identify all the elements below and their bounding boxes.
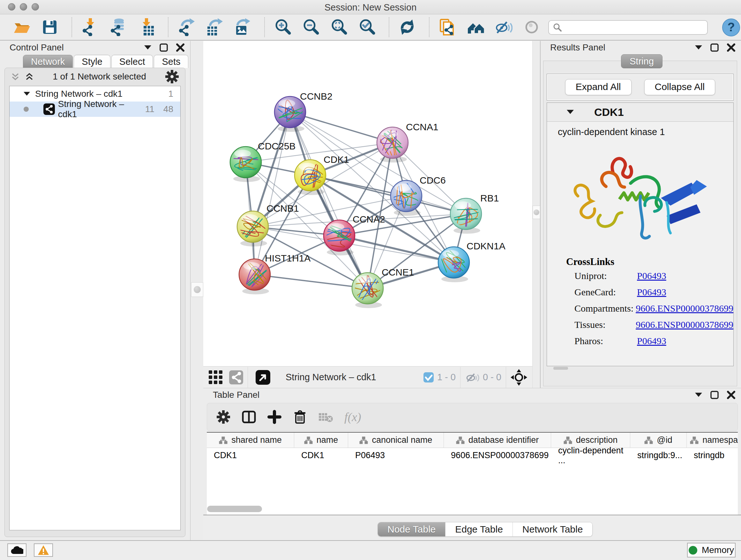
share-network-icon[interactable] [229, 370, 243, 384]
network-node-RB1[interactable] [450, 198, 490, 236]
table-tabs-bar: Node Table Edge Table Network Table [203, 515, 741, 541]
open-session-button[interactable] [13, 18, 30, 36]
refresh-button[interactable] [398, 18, 416, 36]
table-cell[interactable]: 9606.ENSP00000378699 [444, 448, 551, 463]
network-edge-CCNA2-CDKN1A[interactable] [339, 236, 454, 262]
table-cell[interactable]: P06493 [348, 448, 444, 463]
network-row[interactable]: String Network – cdk1 11 48 [10, 102, 180, 117]
table-cell[interactable]: stringdb:9... [630, 448, 687, 463]
left-splitter-grip[interactable] [191, 282, 203, 297]
expand-all-button[interactable]: Expand All [565, 79, 631, 95]
panel-menu-icon[interactable] [144, 45, 151, 50]
cloud-status-button[interactable] [7, 543, 26, 557]
hide-eye-slash-button[interactable] [495, 18, 513, 36]
open-external-icon[interactable] [256, 370, 270, 385]
panel-close-icon[interactable] [727, 44, 735, 52]
node-label-CCNE1: CCNE1 [382, 267, 414, 277]
search-input[interactable] [548, 20, 708, 35]
collection-caret-icon[interactable] [23, 91, 30, 96]
column-header--id[interactable]: @id [630, 433, 687, 448]
column-header-name[interactable]: name [294, 433, 348, 448]
gene-header-row[interactable]: CDK1 [547, 103, 733, 122]
table-cell[interactable]: cyclin-dependent ... [551, 448, 630, 463]
show-eye-button[interactable] [523, 18, 541, 36]
export-image-button[interactable] [233, 18, 252, 36]
fit-selection-crosshair-icon[interactable] [511, 369, 527, 386]
expand-all-icon[interactable] [24, 72, 34, 81]
zoom-selected-button[interactable] [358, 18, 376, 36]
tab-network-table[interactable]: Network Table [513, 522, 593, 537]
tab-edge-table[interactable]: Edge Table [446, 522, 513, 537]
import-table-file-button[interactable] [137, 18, 155, 36]
collapse-all-button[interactable]: Collapse All [644, 79, 716, 95]
selected-checkbox-icon[interactable] [423, 372, 434, 383]
import-network-database-button[interactable] [109, 18, 127, 36]
right-splitter[interactable] [532, 41, 540, 388]
gene-description: cyclin-dependent kinase 1 [558, 127, 733, 137]
status-bar: Memory [0, 540, 741, 560]
network-node-CDC6[interactable] [391, 178, 422, 223]
panel-menu-icon[interactable] [695, 45, 702, 50]
network-edge-count: 48 [163, 104, 173, 114]
column-header-canonical-name[interactable]: canonical name [348, 433, 444, 448]
save-session-button[interactable] [41, 18, 59, 36]
birdseye-grid-icon[interactable] [208, 370, 223, 385]
crosslink-link[interactable]: P06493 [637, 335, 666, 347]
panel-close-icon[interactable] [727, 391, 735, 399]
zoom-out-button[interactable] [302, 18, 320, 36]
table-cell[interactable]: CDK1 [207, 448, 294, 463]
network-node-CCNB2[interactable] [274, 97, 309, 132]
add-column-icon[interactable] [267, 410, 282, 424]
import-network-file-button[interactable] [81, 18, 99, 36]
tab-network[interactable]: Network [23, 55, 73, 68]
gene-caret-icon[interactable] [567, 110, 574, 114]
collapse-all-icon[interactable] [10, 72, 20, 81]
column-header-namespace[interactable]: namespace [687, 433, 738, 448]
show-columns-icon[interactable] [242, 410, 256, 424]
panel-close-icon[interactable] [176, 44, 185, 52]
network-canvas[interactable]: CCNB2CCNA1CDC25BCDK1CDC6RB1CCNB1CCNA2CDK… [203, 41, 532, 366]
memory-button[interactable]: Memory [687, 543, 736, 557]
crosslink-label: GeneCard: [575, 287, 637, 298]
panel-float-icon[interactable] [159, 44, 168, 52]
panel-float-icon[interactable] [711, 391, 719, 399]
tab-node-table[interactable]: Node Table [378, 522, 446, 537]
panel-menu-icon[interactable] [695, 393, 702, 397]
table-row[interactable]: CDK1CDK1P064939606.ENSP00000378699cyclin… [207, 448, 738, 463]
network-node-count: 11 [145, 104, 154, 114]
crosslink-link[interactable]: P06493 [637, 287, 666, 298]
help-button[interactable]: ? [722, 18, 740, 37]
results-scrollbar-thumb[interactable] [553, 367, 568, 370]
delete-column-icon[interactable] [293, 410, 307, 424]
column-header-shared-name[interactable]: shared name [207, 433, 294, 448]
network-edge-HIST1H1A-CCNE1[interactable] [255, 274, 367, 288]
crosslink-link[interactable]: 9606.ENSP00000378699 [636, 303, 733, 314]
table-cell[interactable]: CDK1 [294, 448, 348, 463]
table-hscrollbar-thumb[interactable] [207, 506, 262, 512]
right-splitter-grip[interactable] [533, 206, 540, 219]
crosslink-link[interactable]: 9606.ENSP00000378699 [636, 319, 733, 330]
tab-style[interactable]: Style [74, 55, 110, 68]
home-button[interactable] [467, 18, 484, 36]
tab-sets[interactable]: Sets [154, 55, 188, 68]
network-node-CDC25B[interactable] [228, 146, 268, 182]
table-cell[interactable]: stringdb [687, 448, 738, 463]
network-node-CDK1[interactable] [294, 160, 326, 195]
network-node-HIST1H1A[interactable] [234, 259, 275, 302]
export-network-button[interactable] [178, 18, 195, 36]
string-document-share-button[interactable] [439, 18, 456, 36]
network-options-gear-icon[interactable] [165, 69, 179, 84]
network-edge-CCNB2-CCNA1[interactable] [290, 112, 393, 143]
warnings-button[interactable] [34, 543, 53, 557]
column-header-database-identifier[interactable]: database identifier [444, 433, 551, 448]
zoom-in-button[interactable] [274, 18, 292, 36]
zoom-fit-button[interactable] [330, 18, 348, 36]
crosslink-link[interactable]: P06493 [637, 270, 666, 281]
export-table-button[interactable] [205, 18, 223, 36]
network-type-icon [44, 104, 55, 115]
panel-float-icon[interactable] [711, 44, 719, 52]
tab-string[interactable]: String [621, 54, 663, 68]
tab-select[interactable]: Select [111, 55, 153, 68]
left-splitter[interactable] [191, 41, 203, 540]
table-settings-gear-icon[interactable] [216, 410, 231, 424]
